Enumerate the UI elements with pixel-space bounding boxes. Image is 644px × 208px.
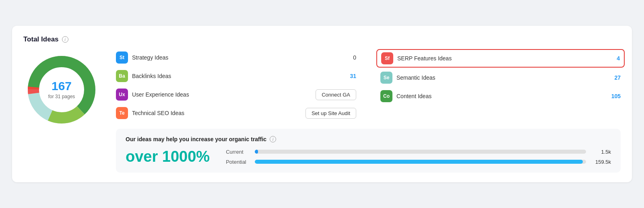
donut-chart: 167 for 31 pages	[23, 51, 100, 128]
ux-abbr: Ux	[119, 92, 125, 97]
title-info-icon[interactable]: i	[62, 36, 68, 43]
traffic-title: Our ideas may help you increase your org…	[126, 136, 611, 142]
idea-row-backlinks: Ba Backlinks Ideas 31	[116, 70, 356, 82]
bar-track-current	[255, 150, 586, 154]
content-badge: Co	[380, 90, 392, 102]
strategy-abbr: St	[120, 55, 124, 60]
idea-row-technical: Te Technical SEO Ideas Set up Site Audit	[116, 107, 356, 119]
semantic-label: Semantic Ideas	[396, 74, 605, 81]
traffic-bars: Current 1.5k Potential 15	[226, 149, 611, 165]
bar-value-potential: 159.5k	[591, 159, 611, 165]
donut-subtitle: for 31 pages	[48, 94, 75, 99]
idea-row-serp[interactable]: Sf SERP Features Ideas 4	[376, 49, 625, 68]
connect-ga-button[interactable]: Connect GA	[316, 89, 356, 100]
idea-row-content: Co Content Ideas 105	[380, 90, 621, 102]
bar-fill-potential	[255, 160, 583, 164]
content-label: Content Ideas	[396, 93, 605, 99]
ideas-columns: St Strategy Ideas 0 Ba Backlinks Ideas 3…	[116, 51, 621, 119]
bar-track-potential	[255, 160, 586, 164]
backlinks-count: 31	[344, 73, 356, 79]
total-ideas-card: Total Ideas i	[12, 26, 632, 182]
traffic-section: Our ideas may help you increase your org…	[116, 129, 621, 173]
card-header: Total Ideas i	[23, 35, 621, 43]
main-content: 167 for 31 pages St Strategy Ideas 0	[23, 51, 621, 173]
bar-row-current: Current 1.5k	[226, 149, 611, 155]
technical-badge: Te	[116, 107, 128, 119]
serp-count: 4	[608, 55, 620, 62]
ux-label: User Experience Ideas	[132, 91, 312, 98]
technical-label: Technical SEO Ideas	[132, 110, 301, 116]
bar-row-potential: Potential 159.5k	[226, 159, 611, 165]
semantic-abbr: Se	[384, 75, 390, 80]
idea-row-ux: Ux User Experience Ideas Connect GA	[116, 89, 356, 101]
serp-label: SERP Features Ideas	[397, 55, 604, 62]
strategy-count: 0	[344, 54, 356, 61]
donut-center: 167 for 31 pages	[48, 80, 75, 99]
ux-badge: Ux	[116, 89, 128, 101]
backlinks-badge: Ba	[116, 70, 128, 82]
traffic-body: over 1000% Current 1.5k Potential	[126, 148, 611, 165]
serp-badge: Sf	[381, 52, 393, 64]
content-abbr: Co	[383, 93, 390, 99]
strategy-label: Strategy Ideas	[132, 54, 340, 61]
traffic-title-text: Our ideas may help you increase your org…	[126, 136, 266, 142]
backlinks-label: Backlinks Ideas	[132, 73, 340, 79]
traffic-info-icon[interactable]: i	[270, 136, 276, 142]
ideas-col-right: Sf SERP Features Ideas 4 Se Semantic Ide…	[380, 51, 621, 119]
ideas-section: St Strategy Ideas 0 Ba Backlinks Ideas 3…	[116, 51, 621, 173]
serp-abbr: Sf	[385, 56, 390, 61]
bar-label-potential: Potential	[226, 159, 250, 165]
idea-row-semantic: Se Semantic Ideas 27	[380, 72, 621, 84]
technical-abbr: Te	[119, 110, 124, 116]
strategy-badge: St	[116, 51, 128, 64]
ideas-col-left: St Strategy Ideas 0 Ba Backlinks Ideas 3…	[116, 51, 356, 119]
site-audit-button[interactable]: Set up Site Audit	[305, 108, 356, 119]
backlinks-abbr: Ba	[119, 73, 125, 79]
traffic-big-value: over 1000%	[126, 148, 210, 165]
idea-row-strategy: St Strategy Ideas 0	[116, 51, 356, 64]
semantic-badge: Se	[380, 72, 392, 84]
bar-label-current: Current	[226, 149, 250, 155]
bar-fill-current	[255, 150, 258, 154]
card-title-text: Total Ideas	[23, 35, 59, 43]
donut-total: 167	[48, 80, 75, 92]
content-count: 105	[609, 93, 621, 99]
bar-value-current: 1.5k	[591, 149, 611, 155]
semantic-count: 27	[609, 74, 621, 81]
